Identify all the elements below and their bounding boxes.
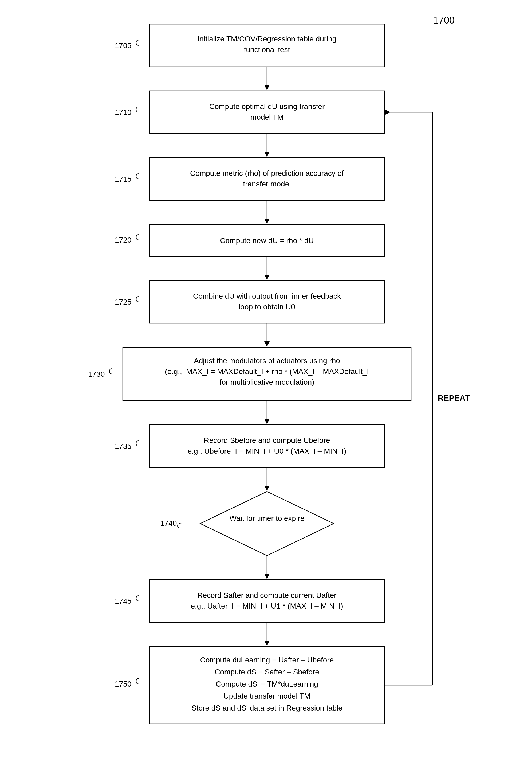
svg-text:Store dS and dS' data set in R: Store dS and dS' data set in Regression … <box>191 704 342 712</box>
svg-rect-29 <box>123 347 411 401</box>
svg-rect-36 <box>150 425 384 467</box>
svg-marker-5 <box>264 85 270 90</box>
svg-rect-53 <box>150 646 384 724</box>
svg-marker-11 <box>264 152 270 157</box>
svg-text:Initialize TM/COV/Regression t: Initialize TM/COV/Regression table durin… <box>198 35 337 43</box>
svg-text:functional test: functional test <box>244 45 290 54</box>
svg-text:1705: 1705 <box>115 41 131 50</box>
svg-text:1715: 1715 <box>115 175 131 183</box>
svg-marker-42 <box>200 492 334 556</box>
svg-text:1720: 1720 <box>115 236 131 244</box>
svg-text:Wait for timer to expire: Wait for timer to expire <box>230 514 305 523</box>
svg-rect-47 <box>150 580 384 622</box>
svg-text:e.g., Uafter_I = MIN_I + U1 * : e.g., Uafter_I = MIN_I + U1 * (MAX_I – M… <box>191 602 343 610</box>
svg-rect-12 <box>150 158 384 200</box>
svg-text:(e.g.,: MAX_I = MAXDefault_I +: (e.g.,: MAX_I = MAXDefault_I + rho * (MA… <box>165 367 369 376</box>
svg-text:loop to obtain U0: loop to obtain U0 <box>239 303 295 311</box>
svg-marker-17 <box>264 218 270 224</box>
svg-marker-46 <box>264 574 270 579</box>
svg-text:model TM: model TM <box>250 113 283 121</box>
svg-text:1710: 1710 <box>115 108 131 117</box>
svg-marker-41 <box>264 486 270 491</box>
svg-text:Compute dS = Safter – Sbefore: Compute dS = Safter – Sbefore <box>215 668 319 676</box>
svg-text:1730: 1730 <box>88 370 105 378</box>
svg-marker-52 <box>264 640 270 646</box>
svg-rect-18 <box>150 224 384 256</box>
svg-text:Compute optimal dU using trans: Compute optimal dU using transfer <box>209 102 325 111</box>
svg-rect-6 <box>150 91 384 134</box>
svg-rect-0 <box>150 24 384 67</box>
svg-text:Compute dS' = TM*duLearning: Compute dS' = TM*duLearning <box>216 680 318 688</box>
svg-text:1745: 1745 <box>115 597 131 605</box>
diagram-container: 1700 Initialize TM/COV/Regression table … <box>0 0 532 776</box>
svg-marker-22 <box>264 274 270 280</box>
svg-text:transfer model: transfer model <box>243 180 291 188</box>
svg-text:Adjust the modulators of actua: Adjust the modulators of actuators using… <box>194 357 340 365</box>
svg-text:Compute duLearning = Uafter – : Compute duLearning = Uafter – Ubefore <box>200 656 334 664</box>
svg-text:for multiplicative modulation): for multiplicative modulation) <box>220 378 314 386</box>
svg-text:Combine dU with output from in: Combine dU with output from inner feedba… <box>193 292 341 300</box>
diagram-id: 1700 <box>433 15 455 26</box>
svg-text:1725: 1725 <box>115 298 131 306</box>
svg-rect-23 <box>150 280 384 323</box>
svg-text:Record Sbefore and compute Ube: Record Sbefore and compute Ubefore <box>204 436 330 444</box>
svg-text:Record Safter and compute curr: Record Safter and compute current Uafter <box>197 591 336 599</box>
svg-marker-63 <box>385 110 390 115</box>
svg-text:1735: 1735 <box>115 442 131 450</box>
svg-text:Compute metric (rho) of predic: Compute metric (rho) of prediction accur… <box>190 169 344 177</box>
svg-text:Update transfer model TM: Update transfer model TM <box>224 692 310 700</box>
svg-text:REPEAT: REPEAT <box>438 393 470 402</box>
svg-text:Compute new dU = rho * dU: Compute new dU = rho * dU <box>220 236 314 245</box>
svg-text:1740: 1740 <box>160 519 177 527</box>
svg-marker-35 <box>264 419 270 424</box>
flowchart-svg: Initialize TM/COV/Regression table durin… <box>0 0 532 776</box>
svg-marker-28 <box>264 341 270 347</box>
svg-text:e.g., Ubefore_I = MIN_I + U0 *: e.g., Ubefore_I = MIN_I + U0 * (MAX_I – … <box>188 447 346 455</box>
svg-text:1750: 1750 <box>115 680 131 688</box>
